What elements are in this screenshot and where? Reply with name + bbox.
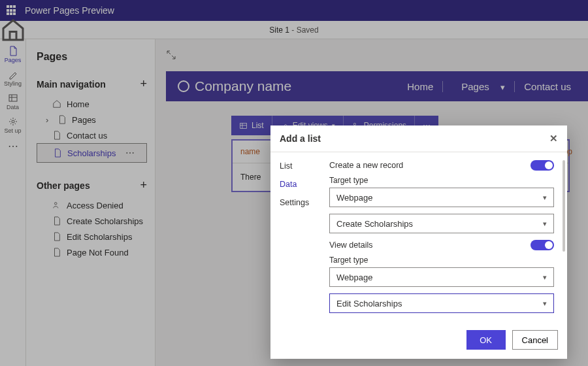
close-icon[interactable]: ✕ (549, 133, 558, 144)
edit-page-value: Edit Scholarships (336, 299, 402, 308)
modal-title: Add a list (280, 133, 321, 144)
target-type-label-2: Target type (329, 256, 554, 265)
cancel-button[interactable]: Cancel (512, 330, 558, 350)
tab-data[interactable]: Data (280, 180, 329, 189)
tab-list[interactable]: List (280, 161, 329, 171)
ok-button[interactable]: OK (466, 330, 506, 350)
create-record-label: Create a new record (329, 161, 403, 170)
view-details-toggle[interactable] (531, 240, 554, 250)
target-type-select-1[interactable]: Webpage ▾ (329, 188, 554, 207)
create-page-select[interactable]: Create Scholarships ▾ (329, 214, 554, 233)
modal-side-tabs: List Data Settings (280, 160, 329, 324)
tab-settings[interactable]: Settings (280, 198, 329, 207)
create-page-value: Create Scholarships (336, 219, 413, 229)
chevron-down-icon: ▾ (543, 220, 547, 228)
create-record-toggle[interactable] (531, 160, 554, 171)
add-list-modal: Add a list ✕ List Data Settings Create a… (270, 125, 567, 359)
modal-form: Create a new record Target type Webpage … (329, 160, 558, 324)
target-type-value-2: Webpage (336, 273, 372, 282)
view-details-label: View details (329, 241, 372, 250)
chevron-down-icon: ▾ (543, 273, 547, 282)
target-type-value-1: Webpage (336, 193, 372, 203)
target-type-label-1: Target type (329, 176, 554, 185)
chevron-down-icon: ▾ (543, 193, 547, 202)
edit-page-select[interactable]: Edit Scholarships ▾ (329, 293, 554, 313)
chevron-down-icon: ▾ (543, 299, 547, 308)
target-type-select-2[interactable]: Webpage ▾ (329, 267, 554, 287)
scrollbar[interactable] (563, 160, 565, 252)
